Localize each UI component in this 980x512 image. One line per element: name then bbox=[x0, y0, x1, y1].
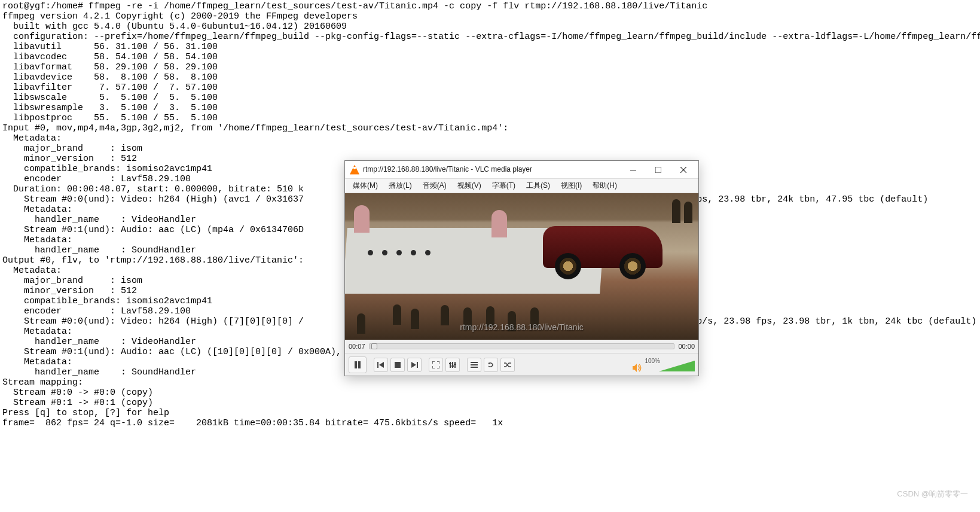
svg-rect-4 bbox=[377, 362, 378, 368]
time-elapsed: 00:07 bbox=[349, 342, 365, 352]
svg-rect-8 bbox=[452, 362, 453, 368]
menu-video[interactable]: 视频(V) bbox=[452, 179, 487, 193]
menu-help[interactable]: 帮助(H) bbox=[587, 179, 622, 193]
time-remaining: 00:00 bbox=[678, 342, 695, 352]
terminal-line: libavformat 58. 29.100 / 58. 29.100 bbox=[2, 62, 978, 72]
volume-icon[interactable] bbox=[631, 362, 642, 373]
menu-subtitle[interactable]: 字幕(T) bbox=[487, 179, 521, 193]
svg-rect-10 bbox=[449, 363, 451, 364]
seek-knob[interactable] bbox=[371, 343, 377, 349]
terminal-line: frame= 862 fps= 24 q=-1.0 size= 2081kB t… bbox=[2, 418, 978, 428]
menu-playback[interactable]: 播放(L) bbox=[383, 179, 417, 193]
fullscreen-button[interactable] bbox=[429, 358, 443, 372]
video-overlay-url: rtmp://192.168.88.180/live/Titanic bbox=[460, 322, 584, 333]
svg-rect-5 bbox=[395, 362, 401, 368]
terminal-line: Stream #0:0 -> #0:0 (copy) bbox=[2, 388, 978, 398]
terminal-line: configuration: --prefix=/home/ffmpeg_lea… bbox=[2, 32, 978, 42]
terminal-line: Press [q] to stop, [?] for help bbox=[2, 408, 978, 418]
svg-rect-11 bbox=[451, 365, 454, 367]
svg-rect-0 bbox=[630, 170, 636, 170]
vlc-video-area[interactable]: rtmp://192.168.88.180/live/Titanic bbox=[345, 193, 698, 340]
svg-rect-6 bbox=[417, 362, 418, 368]
vlc-window: rtmp://192.168.88.180/live/Titanic - VLC… bbox=[344, 160, 699, 376]
terminal-line: built with gcc 5.4.0 (Ubuntu 5.4.0-6ubun… bbox=[2, 22, 978, 32]
vlc-cone-icon bbox=[350, 165, 359, 175]
terminal-line: libavutil 56. 31.100 / 56. 31.100 bbox=[2, 42, 978, 52]
vlc-titlebar[interactable]: rtmp://192.168.88.180/live/Titanic - VLC… bbox=[345, 161, 698, 179]
minimize-button[interactable] bbox=[621, 161, 646, 178]
terminal-line: libavdevice 58. 8.100 / 58. 8.100 bbox=[2, 72, 978, 83]
terminal-line: root@ygf:/home# ffmpeg -re -i /home/ffmp… bbox=[2, 1, 978, 11]
vlc-controls-row: 100% bbox=[345, 353, 698, 376]
terminal-line: libpostproc 55. 5.100 / 55. 5.100 bbox=[2, 113, 978, 123]
volume-slider[interactable] bbox=[659, 360, 695, 373]
svg-rect-13 bbox=[471, 362, 478, 363]
ext-settings-button[interactable] bbox=[445, 358, 460, 372]
loop-button[interactable] bbox=[484, 358, 498, 372]
terminal-line: Input #0, mov,mp4,m4a,3gp,3g2,mj2, from … bbox=[2, 123, 978, 133]
pause-button[interactable] bbox=[349, 356, 367, 373]
svg-rect-3 bbox=[358, 361, 361, 368]
vlc-title-text: rtmp://192.168.88.180/live/Titanic - VLC… bbox=[363, 164, 621, 175]
terminal-line: libswscale 5. 5.100 / 5. 5.100 bbox=[2, 93, 978, 103]
seek-track[interactable] bbox=[369, 343, 675, 349]
terminal-line: Stream #0:1 -> #0:1 (copy) bbox=[2, 398, 978, 408]
shuffle-button[interactable] bbox=[500, 358, 515, 372]
maximize-button[interactable] bbox=[646, 161, 671, 178]
menu-tools[interactable]: 工具(S) bbox=[521, 179, 555, 193]
menu-media[interactable]: 媒体(M) bbox=[347, 179, 383, 193]
menu-audio[interactable]: 音频(A) bbox=[417, 179, 452, 193]
terminal-line: libavfilter 7. 57.100 / 7. 57.100 bbox=[2, 83, 978, 93]
menu-view[interactable]: 视图(I) bbox=[555, 179, 587, 193]
svg-rect-14 bbox=[471, 364, 478, 365]
next-button[interactable] bbox=[407, 358, 422, 372]
svg-rect-12 bbox=[454, 364, 456, 365]
terminal-line: Metadata: bbox=[2, 133, 978, 144]
close-button[interactable] bbox=[671, 161, 696, 178]
watermark-text: CSDN @响箭零零一 bbox=[897, 489, 968, 499]
prev-button[interactable] bbox=[374, 358, 388, 372]
seek-bar-row: 00:07 00:00 bbox=[345, 340, 698, 353]
svg-rect-2 bbox=[355, 361, 357, 368]
stop-button[interactable] bbox=[390, 358, 405, 372]
svg-rect-1 bbox=[655, 167, 661, 173]
terminal-line: libswresample 3. 5.100 / 3. 5.100 bbox=[2, 103, 978, 113]
terminal-line: ffmpeg version 4.2.1 Copyright (c) 2000-… bbox=[2, 11, 978, 22]
playlist-button[interactable] bbox=[467, 358, 481, 372]
terminal-line: major_brand : isom bbox=[2, 144, 978, 154]
terminal-line: Stream mapping: bbox=[2, 377, 978, 388]
svg-rect-7 bbox=[450, 362, 451, 368]
volume-percent: 100% bbox=[645, 356, 660, 366]
svg-rect-15 bbox=[471, 367, 478, 368]
terminal-line: libavcodec 58. 54.100 / 58. 54.100 bbox=[2, 52, 978, 62]
vlc-menubar: 媒体(M) 播放(L) 音频(A) 视频(V) 字幕(T) 工具(S) 视图(I… bbox=[345, 179, 698, 193]
